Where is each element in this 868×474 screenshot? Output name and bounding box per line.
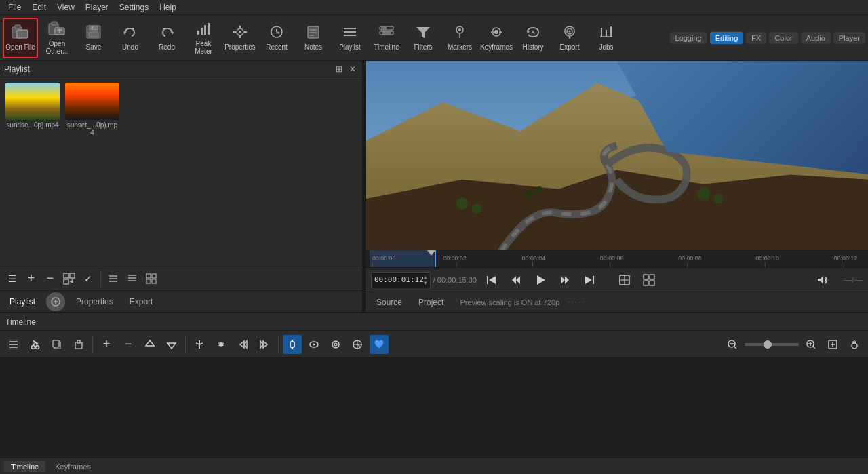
prev-frame-button[interactable] xyxy=(507,271,526,290)
timeline-paste-button[interactable] xyxy=(69,335,88,354)
skip-end-button[interactable] xyxy=(580,271,599,290)
svg-rect-11 xyxy=(92,26,93,29)
timecode-spinner[interactable]: ▲ ▼ xyxy=(424,274,427,286)
svg-point-122 xyxy=(36,345,39,349)
timeline-menu-button[interactable] xyxy=(4,335,23,354)
filters-icon xyxy=(415,24,431,42)
properties-button[interactable]: Properties xyxy=(222,18,258,58)
playlist-grid-button[interactable] xyxy=(143,271,159,287)
mode-audio[interactable]: Audio xyxy=(801,32,831,44)
svg-rect-71 xyxy=(146,279,151,283)
playhead-marker[interactable] xyxy=(435,250,436,267)
mode-editing[interactable]: Editing xyxy=(710,32,744,44)
timeline-snap-button[interactable] xyxy=(212,335,231,354)
project-tab[interactable]: Project xyxy=(413,296,449,309)
zoom-in-button[interactable] xyxy=(802,335,821,354)
menu-view[interactable]: View xyxy=(52,1,80,14)
clip-item[interactable]: sunset_...0p).mp4 xyxy=(65,83,119,136)
playlist-menu-button[interactable]: ☰ xyxy=(4,271,20,287)
undo-button[interactable]: Undo xyxy=(113,18,148,58)
timeline-overwrite-button[interactable] xyxy=(162,335,181,354)
open-other-button[interactable]: Open Other... xyxy=(39,18,75,58)
filters-button[interactable]: Filters xyxy=(406,18,441,58)
save-button[interactable]: Save xyxy=(76,18,111,58)
peak-meter-button[interactable]: Peak Meter xyxy=(186,18,221,58)
keyframes-button[interactable]: Keyframes xyxy=(479,18,514,58)
open-other-icon xyxy=(48,21,66,39)
timeline-prev-edit-button[interactable] xyxy=(233,335,252,354)
redo-button[interactable]: Redo xyxy=(149,18,184,58)
export-icon xyxy=(561,24,578,42)
svg-line-48 xyxy=(533,33,535,33)
tab-export[interactable]: Export xyxy=(124,294,159,309)
open-file-button[interactable]: Open File xyxy=(3,18,38,58)
playlist-add-button[interactable]: + xyxy=(23,271,39,287)
menu-help[interactable]: Help xyxy=(154,1,182,14)
svg-rect-37 xyxy=(382,31,391,35)
tab-icon-button[interactable] xyxy=(46,292,65,311)
markers-button[interactable]: Markers xyxy=(442,18,477,58)
timeline-heart-button[interactable] xyxy=(370,335,389,354)
tab-playlist[interactable]: Playlist xyxy=(4,294,41,309)
panel-close-icon[interactable]: ✕ xyxy=(347,64,358,75)
next-frame-button[interactable] xyxy=(555,271,574,290)
toggle-overlay-button[interactable] xyxy=(615,271,634,290)
timeline-all-tracks-button[interactable] xyxy=(348,335,367,354)
record-button[interactable] xyxy=(845,335,864,354)
bottom-tab-timeline[interactable]: Timeline xyxy=(4,461,45,472)
mode-player[interactable]: Player xyxy=(833,32,865,44)
display-mode-button[interactable] xyxy=(639,271,658,290)
zoom-slider-thumb[interactable] xyxy=(764,340,772,349)
svg-marker-130 xyxy=(146,340,154,346)
clip-item[interactable]: sunrise...0p).mp4 xyxy=(5,83,60,136)
mode-fx[interactable]: FX xyxy=(746,32,766,44)
mode-logging[interactable]: Logging xyxy=(670,32,707,44)
export-button[interactable]: Export xyxy=(552,18,587,58)
menu-file[interactable]: File xyxy=(3,1,26,14)
timeline-scrub-button[interactable] xyxy=(304,335,323,354)
timeline-ripple-button[interactable] xyxy=(283,335,302,354)
bottom-tab-keyframes[interactable]: Keyframes xyxy=(48,461,98,472)
timeline-copy-button[interactable] xyxy=(47,335,66,354)
timecode-display[interactable]: 00:00:01:12 ▲ ▼ xyxy=(371,272,431,288)
history-button[interactable]: History xyxy=(515,18,551,58)
svg-marker-109 xyxy=(585,276,592,284)
fit-to-window-button[interactable] xyxy=(823,335,842,354)
timeline-next-edit-button[interactable] xyxy=(255,335,274,354)
timeline-remove-button[interactable]: − xyxy=(119,335,138,354)
playlist-button[interactable]: Playlist xyxy=(332,18,368,58)
open-file-icon xyxy=(12,24,29,42)
extra-right: −−/−− xyxy=(843,276,863,284)
panel-expand-icon[interactable]: ⊞ xyxy=(334,64,344,75)
playlist-list-button[interactable] xyxy=(124,271,140,287)
timeline-split-button[interactable] xyxy=(190,335,209,354)
mode-color[interactable]: Color xyxy=(769,32,797,44)
volume-button[interactable] xyxy=(813,271,832,290)
notes-icon xyxy=(305,24,321,42)
timeline-loop-button[interactable] xyxy=(326,335,345,354)
timeline-lift-button[interactable] xyxy=(140,335,159,354)
svg-rect-113 xyxy=(644,275,648,279)
playlist-details-button[interactable] xyxy=(105,271,121,287)
tab-properties[interactable]: Properties xyxy=(71,294,119,309)
menu-player[interactable]: Player xyxy=(80,1,114,14)
svg-text:00:00:02: 00:00:02 xyxy=(443,255,467,262)
playlist-check-button[interactable]: ✓ xyxy=(80,271,96,287)
zoom-controls xyxy=(723,335,864,354)
timeline-button[interactable]: Timeline xyxy=(369,18,404,58)
playlist-append-button[interactable] xyxy=(61,271,77,287)
zoom-out-button[interactable] xyxy=(723,335,742,354)
play-pause-button[interactable] xyxy=(531,271,550,290)
jobs-button[interactable]: Jobs xyxy=(589,18,624,58)
source-tab[interactable]: Source xyxy=(371,296,408,309)
timeline-cut-button[interactable] xyxy=(26,335,45,354)
notes-button[interactable]: Notes xyxy=(296,18,331,58)
menu-settings[interactable]: Settings xyxy=(114,1,154,14)
timeline-add-button[interactable]: + xyxy=(97,335,116,354)
recent-button[interactable]: Recent xyxy=(259,18,294,58)
skip-start-button[interactable] xyxy=(482,271,501,290)
svg-text:00:00:06: 00:00:06 xyxy=(600,255,624,262)
zoom-slider[interactable] xyxy=(745,343,799,346)
playlist-remove-button[interactable]: − xyxy=(42,271,58,287)
menu-edit[interactable]: Edit xyxy=(26,1,52,14)
